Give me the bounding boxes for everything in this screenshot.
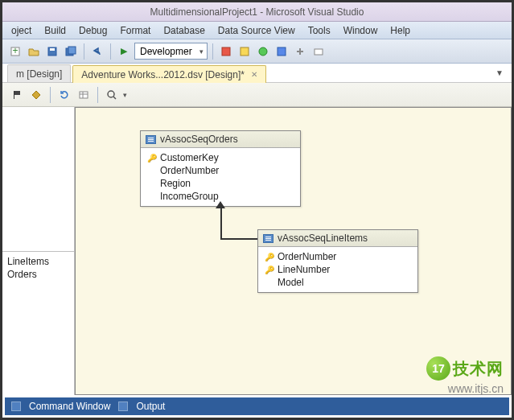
tab-cube-design[interactable]: m [Design] [7,64,71,82]
tool-icon-6[interactable] [310,43,327,60]
title-bar: MultidimensionalProject1 - Microsoft Vis… [2,2,512,22]
field-name: Region [160,178,191,189]
designer-toolbar: ▾ [2,83,512,107]
field-row[interactable]: 🔑LineNumber [265,263,411,276]
svg-rect-12 [80,92,88,98]
menu-window[interactable]: Window [338,23,384,38]
relationship-line[interactable] [220,208,222,238]
svg-rect-5 [68,47,76,54]
svg-point-15 [108,91,114,97]
toolbar-separator [110,43,111,60]
menu-database[interactable]: Database [158,23,210,38]
table-icon[interactable] [76,87,92,103]
field-row[interactable]: Region [147,177,294,190]
refresh-icon[interactable] [56,87,72,103]
toolbar-separator [84,43,84,60]
menu-format[interactable]: Format [114,23,156,38]
entity-header[interactable]: vAssocSeqLineItems [258,230,417,247]
config-label: Developmer [140,46,192,57]
entity-header[interactable]: vAssocSeqOrders [141,131,300,148]
menu-tools[interactable]: Tools [302,23,336,38]
entity-fields: 🔑OrderNumber 🔑LineNumber Model [258,247,417,292]
table-icon [263,234,273,243]
svg-text:+: + [12,46,18,56]
svg-rect-10 [315,49,323,55]
menu-bar: oject Build Debug Format Database Data S… [2,22,512,39]
status-command-window[interactable]: Command Window [29,401,110,412]
document-tabs: m [Design] Adventure Works...2012.dsv [D… [2,64,512,83]
tab-label: m [Design] [16,68,62,80]
diagram-canvas[interactable]: vAssocSeqOrders 🔑CustomerKey OrderNumber… [75,107,512,395]
tab-label: Adventure Works...2012.dsv [Design]* [81,69,245,80]
tool-icon-1[interactable] [218,43,234,60]
svg-rect-7 [241,47,249,56]
menu-datasourceview[interactable]: Data Source View [212,23,301,38]
svg-rect-6 [222,47,230,56]
key-icon: 🔑 [147,154,155,163]
tab-dsv-design[interactable]: Adventure Works...2012.dsv [Design]*✕ [72,65,266,83]
field-row[interactable]: Model [265,276,411,289]
table-icon [146,135,156,144]
svg-rect-9 [278,47,286,56]
field-row[interactable]: 🔑CustomerKey [147,151,294,164]
menu-build[interactable]: Build [39,23,72,38]
undo-icon[interactable] [89,43,105,60]
svg-line-16 [113,97,116,99]
tool-icon-3[interactable] [255,43,271,60]
svg-rect-3 [50,48,55,51]
field-name: OrderNumber [278,251,336,262]
list-item[interactable]: Orders [7,268,69,281]
field-name: CustomerKey [160,152,219,163]
menu-debug[interactable]: Debug [73,23,113,38]
save-all-icon[interactable] [63,43,79,60]
status-bar: Command Window Output [5,397,509,415]
entity-vassocseqorders[interactable]: vAssocSeqOrders 🔑CustomerKey OrderNumber… [140,130,301,207]
tool-icon-5[interactable] [292,43,308,60]
zoom-dropdown-icon[interactable]: ▾ [123,91,127,99]
key-icon: 🔑 [265,266,273,274]
zoom-icon[interactable] [104,87,120,103]
add-item-icon[interactable]: + [7,43,23,60]
field-name: Model [278,277,304,288]
app-title: MultidimensionalProject1 - Microsoft Vis… [150,6,364,18]
tool-icon-2[interactable] [236,43,253,60]
field-name: IncomeGroup [160,191,219,202]
relationship-line[interactable] [220,238,261,240]
toolbar-separator [212,43,213,60]
menu-project[interactable]: oject [6,23,37,38]
save-icon[interactable] [44,43,60,60]
diamond-icon[interactable] [28,87,44,103]
field-name: LineNumber [278,264,330,275]
field-row[interactable]: 🔑OrderNumber [265,250,411,263]
command-window-icon [11,401,21,411]
config-dropdown[interactable]: Developmer [134,43,208,60]
panel-section-top [2,107,74,252]
field-row[interactable]: OrderNumber [147,164,294,177]
status-output[interactable]: Output [136,401,165,412]
toolbar-separator [50,87,51,103]
entity-title: vAssocSeqOrders [160,134,238,145]
output-icon [118,401,128,411]
toolbar-separator [97,87,98,103]
entity-fields: 🔑CustomerKey OrderNumber Region IncomeGr… [141,148,300,206]
main-toolbar: + ▶ Developmer [2,39,512,64]
list-item[interactable]: LineItems [7,255,69,268]
menu-help[interactable]: Help [384,23,416,38]
panel-section-tables: LineItems Orders [2,252,74,396]
entity-title: vAssocSeqLineItems [278,233,368,244]
svg-point-8 [259,47,267,56]
workspace: LineItems Orders vAssocSeqOrders 🔑Custom… [2,107,512,395]
tool-icon-4[interactable] [273,43,290,60]
field-name: OrderNumber [160,165,219,176]
flag-icon[interactable] [9,87,25,103]
tab-overflow-icon[interactable]: ▼ [495,68,504,77]
svg-rect-11 [14,91,14,99]
left-panel: LineItems Orders [2,107,75,395]
start-debug-icon[interactable]: ▶ [116,43,132,60]
open-icon[interactable] [26,43,42,60]
close-icon[interactable]: ✕ [251,70,257,79]
entity-vassocseqlineitems[interactable]: vAssocSeqLineItems 🔑OrderNumber 🔑LineNum… [257,229,418,293]
key-icon: 🔑 [265,253,273,261]
